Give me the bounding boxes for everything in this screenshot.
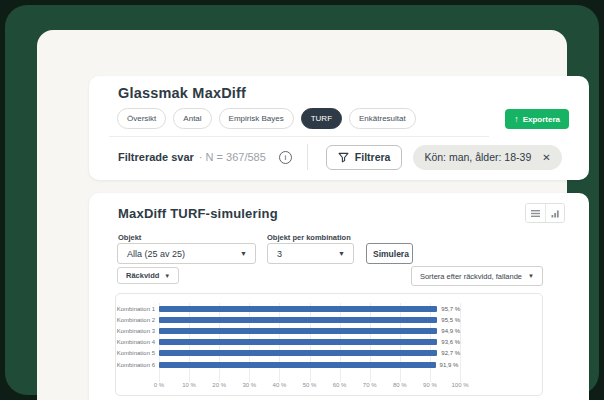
tab-empirisk-bayes[interactable]: Empirisk Bayes: [219, 108, 294, 129]
chart-view-button[interactable]: [545, 204, 564, 222]
x-tick-label: 10 %: [182, 382, 196, 388]
chart-row: Kombination 295,5 %: [116, 314, 542, 325]
sample-count: · N = 367/585: [199, 151, 266, 163]
reach-bar: [159, 317, 437, 323]
chart-rows: Kombination 195,7 %Kombination 295,5 %Ko…: [116, 303, 542, 370]
x-tick-label: 20 %: [212, 382, 226, 388]
turf-simulation-card: MaxDiff TURF-simulering Objekt Alla (25 …: [89, 193, 589, 400]
reach-bar: [159, 362, 436, 368]
close-icon[interactable]: ✕: [542, 152, 550, 163]
chart-row: Kombination 493,6 %: [116, 337, 542, 348]
list-view-icon: [531, 209, 540, 218]
x-tick-label: 30 %: [242, 382, 256, 388]
chevron-down-icon: ▼: [338, 250, 345, 257]
project-header-card: Glassmak MaxDiff Översikt Antal Empirisk…: [89, 76, 589, 180]
x-tick-label: 60 %: [333, 382, 347, 388]
objekt-dropdown[interactable]: Alla (25 av 25) ▼: [117, 243, 256, 264]
tab-enkatresultat[interactable]: Enkätresultat: [349, 108, 416, 129]
metric-dropdown-label: Räckvidd: [126, 271, 159, 280]
value-label: 95,7 %: [441, 306, 460, 312]
x-tick-label: 0 %: [154, 382, 164, 388]
chevron-down-icon: ▼: [164, 273, 170, 279]
category-label: Kombination 5: [116, 350, 159, 356]
sort-dropdown[interactable]: Sortera efter räckvidd, fallande ▼: [411, 266, 543, 286]
chart-row: Kombination 592,7 %: [116, 348, 542, 359]
filter-bar: Filtrerade svar · N = 367/585 i Filtrera…: [118, 143, 573, 171]
filter-button[interactable]: Filtrera: [326, 145, 403, 170]
arrow-up-icon: ↑: [514, 114, 519, 124]
x-tick-label: 100 %: [451, 382, 468, 388]
divider: [109, 136, 489, 137]
objekt-dropdown-value: Alla (25 av 25): [118, 249, 185, 259]
chevron-down-icon: ▼: [240, 250, 247, 257]
per-kombination-dropdown-value: 3: [268, 249, 282, 259]
page-title: Glassmak MaxDiff: [118, 85, 246, 101]
reach-bar: [159, 339, 437, 345]
chevron-down-icon: ▼: [528, 273, 534, 279]
tab-turf[interactable]: TURF: [301, 108, 342, 129]
filtered-responses-label: Filtrerade svar: [118, 151, 194, 163]
sort-dropdown-label: Sortera efter räckvidd, fallande: [420, 272, 522, 281]
turf-card-title: MaxDiff TURF-simulering: [118, 206, 278, 221]
x-tick-label: 80 %: [393, 382, 407, 388]
per-kombination-label: Objekt per kombination: [267, 233, 351, 242]
simulate-button[interactable]: Simulera: [366, 243, 413, 264]
chart-x-axis: 0 %10 %20 %30 %40 %50 %60 %70 %80 %90 %1…: [159, 382, 460, 390]
page-container: Glassmak MaxDiff Översikt Antal Empirisk…: [37, 30, 567, 400]
active-filter-chip[interactable]: Kön: man, ålder: 18-39 ✕: [413, 145, 561, 170]
value-label: 93,6 %: [441, 339, 460, 345]
objekt-label: Objekt: [118, 233, 141, 242]
metric-dropdown-button[interactable]: Räckvidd ▼: [117, 267, 179, 284]
value-label: 94,9 %: [441, 328, 460, 334]
value-label: 95,5 %: [441, 317, 460, 323]
filter-chip-label: Kön: man, ålder: 18-39: [424, 151, 531, 163]
filter-button-label: Filtrera: [355, 151, 391, 163]
reach-bar: [159, 328, 437, 334]
x-tick-label: 90 %: [423, 382, 437, 388]
chart-row: Kombination 394,9 %: [116, 325, 542, 336]
category-label: Kombination 4: [116, 339, 159, 345]
x-tick-label: 50 %: [303, 382, 317, 388]
value-label: 92,7 %: [441, 350, 460, 356]
chart-row: Kombination 691,9 %: [116, 359, 542, 370]
chart-row: Kombination 195,7 %: [116, 303, 542, 314]
per-kombination-dropdown[interactable]: 3 ▼: [267, 243, 354, 264]
x-tick-label: 70 %: [363, 382, 377, 388]
funnel-icon: [338, 152, 349, 163]
category-label: Kombination 1: [116, 306, 159, 312]
chart-view-icon: [551, 209, 560, 218]
turf-bar-chart: Kombination 195,7 %Kombination 295,5 %Ko…: [115, 293, 543, 396]
export-button-label: Exportera: [523, 115, 560, 124]
table-view-button[interactable]: [526, 204, 545, 222]
reach-bar: [159, 350, 437, 356]
value-label: 91,9 %: [440, 362, 459, 368]
category-label: Kombination 2: [116, 317, 159, 323]
tab-antal[interactable]: Antal: [173, 108, 211, 129]
reach-bar: [159, 306, 437, 312]
export-button[interactable]: ↑ Exportera: [505, 109, 569, 129]
view-toggle: [525, 203, 565, 223]
vertical-divider: [307, 144, 308, 170]
x-tick-label: 40 %: [273, 382, 287, 388]
tab-bar: Översikt Antal Empirisk Bayes TURF Enkät…: [117, 108, 416, 129]
tab-oversikt[interactable]: Översikt: [117, 108, 166, 129]
info-icon[interactable]: i: [279, 151, 292, 164]
category-label: Kombination 3: [116, 328, 159, 334]
category-label: Kombination 6: [116, 362, 159, 368]
